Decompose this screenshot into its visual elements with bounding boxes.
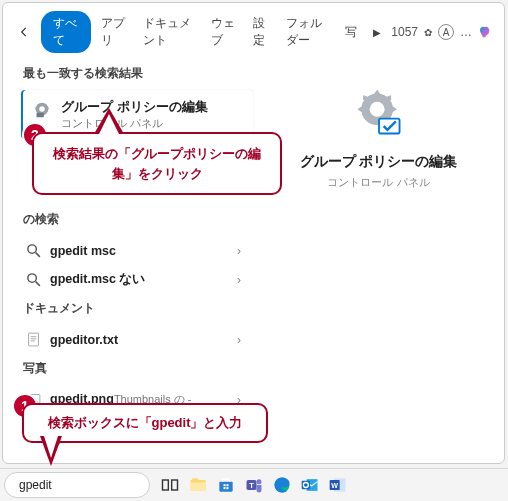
search-input[interactable] — [19, 478, 169, 492]
result-label: gpedit.msc ない — [50, 271, 145, 288]
tab-all[interactable]: すべて — [41, 11, 91, 53]
svg-text:T: T — [249, 481, 254, 490]
svg-point-5 — [28, 274, 36, 283]
badge-count: 1057 — [391, 25, 418, 39]
chevron-right-icon: › — [237, 244, 241, 258]
callout-step-2: 検索結果の「グループポリシーの編集」をクリック — [32, 132, 282, 195]
tab-photos[interactable]: 写 — [339, 20, 363, 45]
txt-file-icon — [25, 331, 42, 348]
callout-tail-1 — [36, 436, 66, 466]
teams-icon[interactable]: T — [244, 475, 264, 495]
doc-result-1[interactable]: gpeditor.txt › — [21, 325, 253, 354]
svg-rect-19 — [379, 119, 400, 134]
tab-documents[interactable]: ドキュメント — [137, 11, 201, 53]
svg-text:W: W — [331, 482, 338, 490]
gpedit-icon — [31, 99, 53, 121]
svg-rect-30 — [224, 484, 226, 486]
store-icon[interactable] — [216, 475, 236, 495]
chevron-right-icon: › — [237, 273, 241, 287]
section-documents: ドキュメント — [23, 300, 253, 317]
svg-rect-29 — [219, 482, 232, 492]
section-web-search: の検索 — [23, 211, 253, 228]
taskbar-searchbox[interactable] — [4, 472, 150, 498]
ellipsis-icon[interactable]: … — [460, 25, 472, 39]
preview-sub: コントロール パネル — [263, 175, 494, 190]
section-photos: 写真 — [23, 360, 253, 377]
tab-folders[interactable]: フォルダー — [280, 11, 335, 53]
svg-rect-28 — [191, 483, 206, 491]
tab-settings[interactable]: 設定 — [247, 11, 276, 53]
svg-rect-31 — [226, 484, 228, 486]
letter-a-icon[interactable]: A — [438, 24, 454, 40]
taskbar: T W — [0, 468, 508, 501]
svg-point-1 — [39, 106, 45, 112]
web-result-2[interactable]: gpedit.msc ない › — [21, 265, 253, 294]
word-icon[interactable]: W — [328, 475, 348, 495]
taskbar-icons: T W — [160, 475, 348, 495]
search-icon — [25, 271, 42, 288]
callout-tail-2 — [94, 108, 124, 134]
preview-pane: グループ ポリシーの編集 コントロール パネル — [263, 59, 504, 464]
svg-rect-2 — [37, 113, 44, 118]
result-label: gpedit2.pngThumbnails の - — [50, 462, 198, 464]
badge-icon: ✿ — [424, 27, 432, 38]
svg-rect-33 — [226, 487, 228, 489]
tab-apps[interactable]: アプリ — [95, 11, 133, 53]
copilot-icon[interactable] — [478, 24, 494, 40]
web-result-1[interactable]: gpedit msc › — [21, 236, 253, 265]
best-match-title: グループ ポリシーの編集 — [61, 98, 208, 116]
svg-rect-7 — [29, 333, 39, 346]
result-label: gpedit msc — [50, 244, 116, 258]
result-label: gpeditor.txt — [50, 333, 118, 347]
more-triangle[interactable]: ▶ — [367, 23, 387, 42]
preview-title: グループ ポリシーの編集 — [263, 153, 494, 171]
svg-line-4 — [36, 253, 40, 257]
topbar: すべて アプリ ドキュメント ウェブ 設定 フォルダー 写 ▶ 1057 ✿ A… — [3, 3, 504, 59]
outlook-icon[interactable] — [300, 475, 320, 495]
svg-rect-32 — [224, 487, 226, 489]
chevron-right-icon: › — [237, 463, 241, 465]
edge-icon[interactable] — [272, 475, 292, 495]
gpedit-large-icon — [351, 85, 407, 141]
section-best-match: 最も一致する検索結果 — [23, 65, 253, 82]
best-match-sub: コントロール パネル — [61, 116, 208, 131]
svg-point-3 — [28, 245, 36, 254]
chevron-right-icon: › — [237, 333, 241, 347]
search-window: すべて アプリ ドキュメント ウェブ 設定 フォルダー 写 ▶ 1057 ✿ A… — [2, 2, 505, 464]
svg-line-6 — [36, 282, 40, 286]
svg-rect-27 — [172, 480, 178, 490]
svg-point-18 — [369, 102, 384, 117]
task-view-icon[interactable] — [160, 475, 180, 495]
search-icon — [25, 242, 42, 259]
explorer-icon[interactable] — [188, 475, 208, 495]
back-icon[interactable] — [17, 25, 31, 39]
svg-rect-26 — [163, 480, 169, 490]
tab-web[interactable]: ウェブ — [205, 11, 243, 53]
svg-point-36 — [257, 479, 262, 484]
